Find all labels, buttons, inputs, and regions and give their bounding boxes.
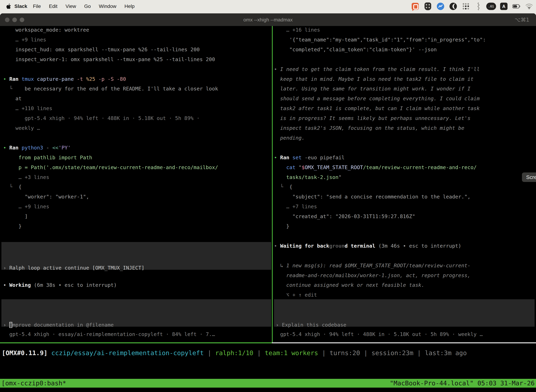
terminal-line: ] (3, 211, 272, 221)
squiggle-icon[interactable] (474, 2, 483, 10)
screen-share-pill[interactable]: Scre (522, 173, 536, 182)
terminal-line: … +3 lines (3, 172, 272, 182)
menu-item-view[interactable]: View (66, 4, 76, 9)
tmux-session-label: [omx-cczip0:bash* (1, 379, 66, 387)
omx-status-line: [OMX#0.11.9] cczip/essay/ai-reimplementa… (2, 348, 467, 358)
terminal-window: omx --xhigh --madmax ⌥⌘1 workspace_mode:… (0, 13, 536, 392)
terminal-line: • Ran python3 - <<'PY' (3, 143, 272, 153)
terminal-line: … +16 lines (274, 26, 536, 35)
terminal-line: • Ran tmux capture-pane -t %25 -p -S -80 (3, 74, 272, 84)
terminal-line: weekly … (3, 123, 272, 133)
terminal-line: tasks/task-2.json" (274, 172, 536, 182)
terminal-line: "created_at": "2026-03-31T11:59:27.816Z" (274, 211, 536, 221)
terminal-line: ⌥ + ↑ edit (274, 290, 536, 300)
terminal-line: "completed","claim_token":"claim-token"}… (274, 45, 536, 54)
menu-item-help[interactable]: Help (124, 4, 135, 9)
prompt-input-left[interactable]: › Improve documentation in @filename (1, 299, 271, 327)
terminal-line: ↳ 1 new msg(s): read $OMX_TEAM_STATE_ROO… (274, 261, 536, 271)
terminal-line: … +9 lines (3, 35, 272, 45)
terminal-line: └ be necessary for the end of the README… (3, 84, 272, 93)
terminal-line: at (3, 93, 272, 103)
terminal-line: pending. (274, 133, 536, 143)
moon-icon[interactable] (449, 2, 457, 10)
terminal-line: └ { (3, 182, 272, 192)
tmux-status-bar: [omx-cczip0:bash* "MacBook-Pro-44.local"… (0, 379, 536, 387)
terminal-line: } (274, 221, 536, 231)
terminal-line: } (3, 221, 272, 231)
menu-item-window[interactable]: Window (99, 4, 116, 9)
battery-gauge-icon[interactable]: ..61 (487, 2, 495, 10)
terminal-line: should send a message before completing … (274, 93, 536, 103)
pulse-icon[interactable] (436, 2, 445, 10)
terminal-line: • Ran set -euo pipefail (274, 153, 536, 163)
shield-icon[interactable] (424, 2, 432, 10)
window-title: omx --xhigh --madmax (0, 14, 536, 26)
keyboard-layout-icon[interactable]: A (500, 2, 508, 10)
terminal-content: workspace_mode: worktree … +9 lines insp… (0, 26, 536, 343)
terminal-line: workspace_mode: worktree (3, 26, 272, 35)
pane-divider[interactable] (272, 26, 273, 342)
terminal-line: from pathlib import Path (3, 153, 272, 163)
window-shortcut: ⌥⌘1 (515, 14, 529, 26)
menu-item-file[interactable]: File (33, 4, 41, 9)
terminal-line: readme-and-reco/mailbox/worker-1.json, a… (274, 271, 536, 280)
wifi-icon[interactable] (525, 2, 533, 10)
ralph-loop-banner: › Ralph loop active continue [OMX_TMUX_I… (1, 242, 271, 270)
apple-icon[interactable] (6, 3, 12, 10)
terminal-line: • I need to get the claim token from the… (274, 64, 536, 74)
chat-icon[interactable] (411, 2, 419, 10)
terminal-line: '{"team_name":"my-team","task_id":"1","f… (274, 35, 536, 45)
terminal-line: … +7 lines (274, 202, 536, 211)
terminal-line: cat "$OMX_TEAM_STATE_ROOT/team/review-cu… (274, 163, 536, 172)
terminal-line: p = Path('.omx/state/team/review-current… (3, 163, 272, 172)
chevron-icon: › (3, 265, 9, 271)
terminal-line: inspect task2's JSON, focusing on the st… (274, 123, 536, 133)
terminal-line: inspect_worker-1: omx sparkshell --tmux-… (3, 54, 272, 64)
terminal-line: inspect_hud: omx sparkshell --tmux-pane … (3, 45, 272, 54)
battery-icon[interactable] (512, 2, 521, 10)
prompt-input-right[interactable]: › Explain this codebase (274, 299, 535, 327)
ralph-loop-text: Ralph loop active continue [OMX_TMUX_INJ… (9, 265, 144, 271)
pane-bottom-border-right (272, 342, 536, 343)
chevron-icon: › (276, 322, 282, 328)
terminal-line: keep that in mind. Maybe I also need the… (274, 74, 536, 84)
menu-item-go[interactable]: Go (84, 4, 91, 9)
window-titlebar[interactable]: omx --xhigh --madmax ⌥⌘1 (0, 13, 536, 26)
terminal-line: • Waiting for background terminal (3m 46… (274, 241, 536, 251)
terminal-line: "subject": "send a concise recommendatio… (274, 192, 536, 202)
terminal-line: continue assigned work or next feasible … (274, 280, 536, 290)
terminal-line: └ { (274, 182, 536, 192)
terminal-line: later. Using the same for transition mig… (274, 84, 536, 93)
terminal-line: task2 after task1 is complete, but can I… (274, 103, 536, 113)
input-placeholder: mprove documentation in @filename (12, 322, 114, 328)
terminal-line: … +9 lines (3, 202, 272, 211)
menu-items: FileEditViewGoWindowHelp (33, 4, 134, 9)
terminal-line: "worker": "worker-1", (3, 192, 272, 202)
terminal-line: gpt-5.4 xhigh · 94% left · 488K in · 5.1… (3, 113, 272, 123)
menu-item-slack[interactable]: Slack (14, 4, 27, 9)
menu-bar: Slack FileEditViewGoWindowHelp ..61 A (0, 0, 536, 13)
dots-grid-icon[interactable] (462, 2, 470, 10)
tmux-pane-right[interactable]: … +16 lines '{"team_name":"my-team","tas… (271, 26, 536, 343)
input-placeholder: Explain this codebase (282, 322, 346, 328)
tmux-pane-left[interactable]: workspace_mode: worktree … +9 lines insp… (0, 26, 272, 343)
terminal-line: … +110 lines (3, 103, 272, 113)
text-cursor: I (9, 322, 12, 328)
menu-status-icons: ..61 A (411, 2, 536, 10)
menu-item-edit[interactable]: Edit (49, 4, 57, 9)
chevron-icon: › (3, 322, 9, 328)
tmux-host-clock: "MacBook-Pro-44.local" 05:03 31-Mar-26 (390, 379, 535, 387)
pane-bottom-border-left (0, 342, 272, 343)
terminal-line: is in progress? It seems likely but perh… (274, 113, 536, 123)
